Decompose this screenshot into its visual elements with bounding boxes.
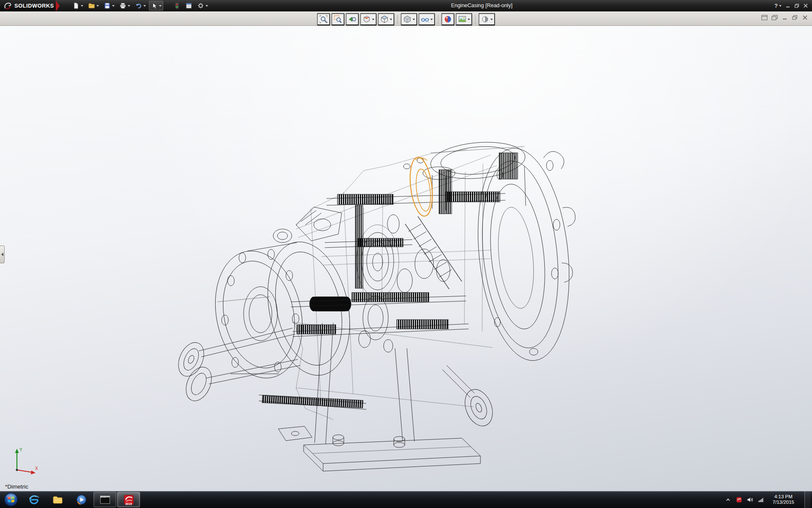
- reference-triad[interactable]: Y X: [8, 445, 41, 477]
- select-button[interactable]: [149, 1, 163, 11]
- doc-minimize-button[interactable]: [782, 15, 788, 20]
- solidworks-version-badge: 2015: [118, 502, 140, 505]
- volume-icon: [747, 497, 753, 503]
- minimize-button[interactable]: [785, 3, 790, 8]
- select-cursor-icon: [151, 2, 158, 9]
- view-settings-button[interactable]: [479, 13, 495, 25]
- ds-logo-icon: [3, 2, 12, 10]
- shafts-and-springs: [259, 192, 505, 409]
- window-controls: ?: [774, 3, 812, 9]
- dropdown-caret: [413, 19, 415, 20]
- chevron-up-icon: [725, 497, 731, 503]
- toolbar-separator: [475, 15, 476, 24]
- doc-restore-button[interactable]: [792, 15, 798, 20]
- display-style-button[interactable]: [401, 13, 417, 25]
- minimize-icon: [782, 15, 788, 20]
- zoom-to-area-button[interactable]: [332, 13, 345, 25]
- help-button[interactable]: ?: [774, 3, 782, 9]
- new-window-button[interactable]: [761, 15, 768, 20]
- view-orientation-button[interactable]: [378, 13, 395, 25]
- featuremanager-flyout-tab[interactable]: [0, 246, 5, 263]
- start-orb-icon: [4, 492, 18, 507]
- solidworks-window: SOLIDWORKS: [0, 0, 812, 508]
- dropdown-caret: [431, 19, 433, 20]
- hide-show-items-button[interactable]: [419, 13, 435, 25]
- window-title: EngineCasing [Read-only]: [451, 0, 512, 11]
- clock-date: 7/13/2015: [773, 500, 794, 505]
- base-and-legs: [278, 323, 480, 471]
- previous-view-icon: [348, 15, 357, 24]
- file-properties-button[interactable]: [184, 1, 194, 11]
- print-button[interactable]: [118, 1, 132, 11]
- network-icon: [758, 497, 764, 503]
- hidden-icons-button[interactable]: [725, 497, 731, 503]
- minimize-icon: [785, 3, 790, 8]
- support-rods: [173, 328, 497, 430]
- tray-app-button[interactable]: [736, 497, 742, 503]
- toolbar-separator: [438, 15, 439, 24]
- doc-close-button[interactable]: [802, 15, 808, 20]
- hide-show-items-glasses-icon: [421, 15, 430, 24]
- right-bell-housing: [468, 144, 579, 365]
- zoom-to-area-icon: [334, 15, 343, 24]
- taskbar-item-solidworks[interactable]: 2015: [117, 492, 140, 507]
- view-orientation-label: *Dimetric: [5, 483, 28, 490]
- options-button[interactable]: [195, 1, 210, 11]
- print-icon: [119, 2, 126, 9]
- document-window-controls: [761, 15, 808, 20]
- edit-appearance-ball-icon: [444, 15, 453, 24]
- rebuild-button[interactable]: [172, 1, 182, 11]
- close-icon: [802, 15, 808, 20]
- save-button[interactable]: [102, 1, 116, 11]
- taskbar-item-command-prompt[interactable]: C:\: [93, 492, 116, 507]
- dropdown-caret: [206, 5, 208, 7]
- new-button[interactable]: [71, 1, 85, 11]
- graphics-area[interactable]: Y X *Dimetric: [0, 26, 812, 491]
- solidworks-logo: SOLIDWORKS: [0, 0, 56, 11]
- cascade-icon: [771, 15, 778, 20]
- dropdown-caret: [112, 5, 115, 7]
- taskbar-item-media-player[interactable]: [70, 492, 93, 507]
- file-properties-icon: [185, 2, 192, 9]
- dropdown-caret: [468, 19, 470, 20]
- open-button[interactable]: [86, 1, 101, 11]
- view-settings-icon: [481, 15, 490, 24]
- dropdown-caret: [143, 5, 146, 7]
- taskbar-item-internet-explorer[interactable]: [22, 492, 45, 507]
- new-icon: [72, 2, 80, 9]
- dropdown-caret: [81, 5, 83, 7]
- zoom-to-fit-button[interactable]: [317, 13, 330, 25]
- engine-casing-wireframe-model[interactable]: [0, 26, 812, 491]
- black-cylinder: [310, 297, 351, 311]
- network-button[interactable]: [758, 497, 764, 503]
- undo-button[interactable]: [133, 1, 148, 11]
- cascade-button[interactable]: [771, 15, 778, 20]
- taskbar-clock[interactable]: 4:13 PM 7/13/2015: [769, 494, 798, 505]
- triad-y-label: Y: [19, 447, 22, 452]
- show-desktop-button[interactable]: [804, 491, 810, 508]
- taskbar: C:\ 2015: [0, 491, 812, 508]
- new-window-icon: [761, 15, 768, 20]
- command-prompt-label: C:\: [100, 495, 106, 499]
- close-button[interactable]: [803, 3, 808, 8]
- triad-x-label: X: [35, 466, 38, 471]
- brand-accent: [56, 0, 60, 11]
- display-style-icon: [403, 15, 412, 24]
- apply-scene-button[interactable]: [456, 13, 472, 25]
- collapse-arrow-icon: [1, 253, 3, 256]
- selected-edge-highlight: [407, 156, 436, 217]
- folder-icon: [52, 494, 63, 505]
- previous-view-button[interactable]: [346, 13, 359, 25]
- dropdown-caret: [159, 5, 162, 7]
- edit-appearance-button[interactable]: [442, 13, 455, 25]
- volume-button[interactable]: [747, 497, 753, 503]
- tray-app-icon: [736, 497, 742, 503]
- dropdown-caret: [372, 19, 375, 20]
- brand-name: SOLIDWORKS: [14, 3, 54, 9]
- main-toolbar: [71, 1, 210, 11]
- taskbar-item-windows-explorer[interactable]: [46, 492, 69, 507]
- restore-button[interactable]: [794, 3, 799, 8]
- section-view-button[interactable]: [360, 13, 377, 25]
- construction-lines: [292, 149, 497, 420]
- start-button[interactable]: [0, 491, 22, 508]
